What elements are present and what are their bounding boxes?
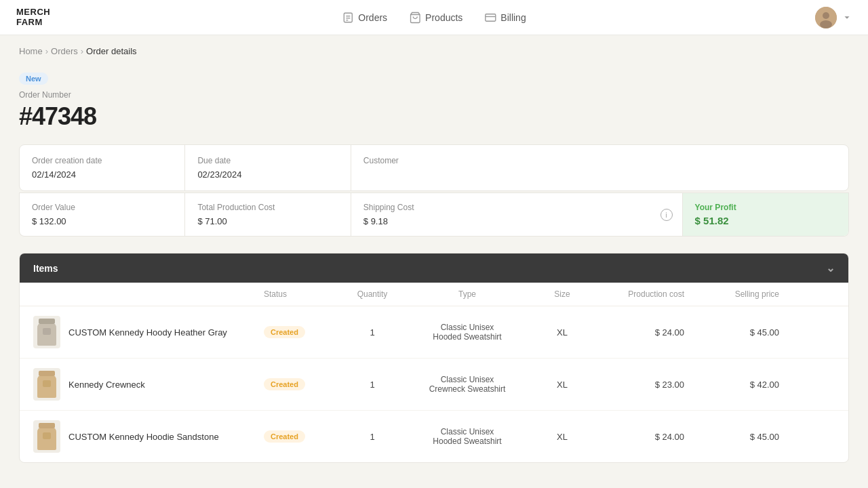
nav-billing-label: Billing (500, 12, 526, 23)
svg-point-9 (820, 20, 832, 28)
product-thumb-1 (33, 316, 60, 348)
due-date-card: Due date 02/23/2024 (185, 145, 351, 190)
avatar (815, 7, 837, 28)
svg-rect-10 (39, 319, 55, 324)
creation-date-label: Order creation date (32, 156, 172, 165)
shipping-info-icon[interactable]: i (660, 209, 673, 221)
customer-card: Customer (351, 145, 683, 190)
logo: MERCH FARM (16, 7, 50, 27)
product-cell: Kennedy Crewneck (33, 368, 264, 401)
product-name-3: CUSTOM Kennedy Hoodie Sandstone (68, 432, 219, 442)
header: MERCH FARM Orders Products (0, 0, 868, 35)
type-cell-2: Classic Unisex Crewneck Sweatshirt (399, 375, 535, 394)
info-cards-row1: Order creation date 02/14/2024 Due date … (19, 144, 849, 191)
product-name-2: Kennedy Crewneck (68, 380, 145, 390)
col-status: Status (264, 289, 345, 299)
items-collapse-icon: ⌄ (826, 262, 835, 274)
product-cell: CUSTOM Kennedy Hoodie Sandstone (33, 420, 264, 453)
customer-label: Customer (363, 156, 671, 165)
col-selling-price: Selling price (684, 289, 779, 299)
quantity-cell-3: 1 (345, 432, 399, 442)
items-header[interactable]: Items ⌄ (20, 253, 848, 283)
size-cell-3: XL (535, 432, 589, 442)
svg-point-8 (823, 12, 829, 19)
user-menu[interactable] (815, 7, 852, 28)
billing-icon (484, 12, 496, 24)
profit-value: $ 51.82 (695, 215, 836, 226)
order-number: #47348 (19, 102, 849, 131)
breadcrumb-current: Order details (86, 46, 136, 56)
sell-price-cell-1: $ 45.00 (684, 327, 779, 338)
svg-rect-0 (344, 13, 352, 22)
production-cost-label: Total Production Cost (197, 203, 338, 212)
order-value-value: $ 132.00 (32, 216, 172, 226)
order-value-card: Order Value $ 132.00 (20, 193, 185, 236)
col-product (33, 289, 264, 299)
sell-price-cell-3: $ 45.00 (684, 432, 779, 442)
product-thumb-3 (33, 420, 60, 453)
table-header: Status Quantity Type Size Production cos… (20, 283, 848, 306)
profit-card: Your Profit $ 51.82 (683, 193, 848, 236)
svg-rect-15 (43, 432, 51, 439)
status-cell-2: Created (264, 378, 345, 390)
col-quantity: Quantity (345, 289, 399, 299)
prod-cost-cell-3: $ 24.00 (589, 432, 684, 442)
items-section: Items ⌄ Status Quantity Type Size Produc… (19, 253, 849, 463)
nav: Orders Products Billing (342, 12, 526, 24)
table-row: Kennedy Crewneck Created 1 Classic Unise… (20, 359, 848, 411)
main-content: New Order Number #47348 Order creation d… (0, 62, 868, 482)
order-value-label: Order Value (32, 203, 172, 212)
size-cell-1: XL (535, 327, 589, 338)
svg-rect-14 (39, 423, 55, 428)
orders-icon (342, 12, 354, 24)
quantity-cell-1: 1 (345, 327, 399, 338)
chevron-down-icon (842, 13, 852, 22)
sell-price-cell-2: $ 42.00 (684, 380, 779, 390)
table-row: CUSTOM Kennedy Hoody Heather Gray Create… (20, 306, 848, 359)
nav-billing[interactable]: Billing (484, 12, 526, 24)
product-cell: CUSTOM Kennedy Hoody Heather Gray (33, 316, 264, 348)
order-number-label: Order Number (19, 90, 849, 100)
creation-date-value: 02/14/2024 (32, 169, 172, 180)
shipping-cost-value: $ 9.18 (363, 216, 670, 226)
type-cell-1: Classic Unisex Hooded Sweatshirt (399, 323, 535, 342)
production-cost-card: Total Production Cost $ 71.00 (185, 193, 351, 236)
status-cell-1: Created (264, 326, 345, 338)
prod-cost-cell-2: $ 23.00 (589, 380, 684, 390)
product-name-1: CUSTOM Kennedy Hoody Heather Gray (68, 327, 227, 338)
breadcrumb: Home › Orders › Order details (0, 35, 868, 62)
production-cost-value: $ 71.00 (197, 216, 338, 226)
table-row: CUSTOM Kennedy Hoodie Sandstone Created … (20, 411, 848, 462)
breadcrumb-orders[interactable]: Orders (51, 46, 78, 56)
svg-rect-5 (486, 14, 496, 21)
svg-rect-13 (43, 380, 51, 387)
profit-label: Your Profit (695, 203, 836, 212)
items-header-label: Items (33, 263, 58, 274)
type-cell-3: Classic Unisex Hooded Sweatshirt (399, 427, 535, 446)
size-cell-2: XL (535, 380, 589, 390)
quantity-cell-2: 1 (345, 380, 399, 390)
status-cell-3: Created (264, 430, 345, 443)
info-cards-row2: Order Value $ 132.00 Total Production Co… (19, 193, 849, 237)
product-thumb-2 (33, 368, 60, 401)
svg-rect-11 (43, 328, 51, 335)
nav-products-label: Products (425, 12, 462, 23)
status-badge-1: Created (264, 326, 305, 338)
order-creation-date-card: Order creation date 02/14/2024 (20, 145, 185, 190)
nav-orders[interactable]: Orders (342, 12, 387, 24)
shipping-cost-card: Shipping Cost $ 9.18 i (351, 193, 683, 236)
breadcrumb-home[interactable]: Home (19, 46, 43, 56)
products-icon (409, 12, 421, 24)
status-badge-3: Created (264, 430, 305, 443)
svg-rect-12 (39, 371, 55, 376)
status-badge-2: Created (264, 378, 305, 390)
col-type: Type (399, 289, 535, 299)
nav-orders-label: Orders (358, 12, 387, 23)
nav-products[interactable]: Products (409, 12, 462, 24)
col-production-cost: Production cost (589, 289, 684, 299)
prod-cost-cell-1: $ 24.00 (589, 327, 684, 338)
status-badge: New (19, 73, 48, 85)
shipping-cost-label: Shipping Cost (363, 203, 670, 212)
due-date-label: Due date (197, 156, 338, 165)
due-date-value: 02/23/2024 (197, 169, 338, 180)
